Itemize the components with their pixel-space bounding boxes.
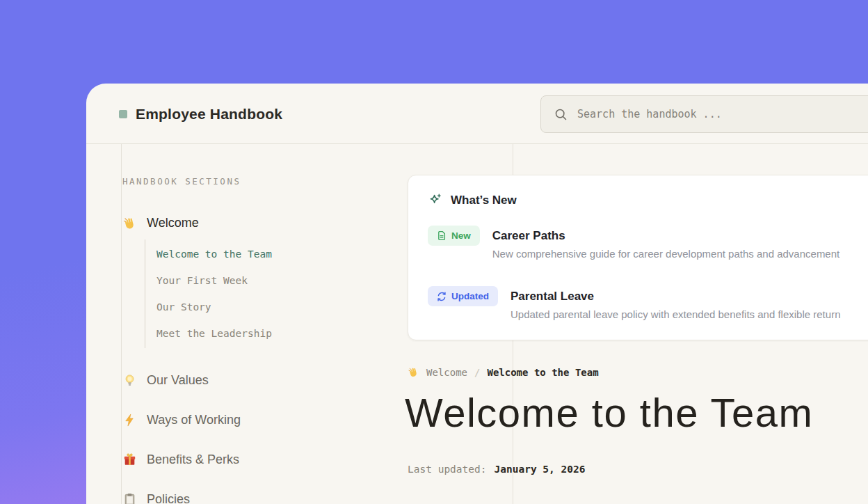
sparkle-icon [428, 193, 442, 207]
search-icon [554, 107, 568, 122]
brand: Employee Handbook [119, 84, 282, 144]
brand-square-icon [119, 110, 127, 118]
app-window: Employee Handbook HANDBOOK SECTIONS [86, 84, 868, 504]
new-badge: New [428, 226, 480, 246]
wave-emoji-icon [122, 216, 137, 230]
breadcrumb-section[interactable]: Welcome [426, 367, 467, 378]
last-updated: Last updated: January 5, 2026 [408, 464, 585, 475]
whats-new-title: What’s New [451, 194, 517, 207]
whats-new-card: What’s New New Career Paths New comprehe… [408, 175, 868, 340]
sidebar-item-label: Welcome [147, 216, 199, 230]
whats-new-item-text: Career Paths New comprehensive guide for… [492, 226, 839, 260]
search-input[interactable] [577, 108, 868, 120]
whats-new-item-title: Parental Leave [511, 286, 840, 306]
sidebar-item-label: Ways of Working [147, 413, 241, 427]
breadcrumb-page: Welcome to the Team [487, 367, 598, 378]
breadcrumb: Welcome / Welcome to the Team [408, 366, 599, 378]
app-title: Employee Handbook [136, 106, 282, 123]
sidebar-item-label: Our Values [147, 373, 209, 388]
badge-label: New [451, 230, 471, 241]
page-title: Welcome to the Team [405, 389, 813, 436]
search-box[interactable] [540, 95, 868, 133]
last-updated-value: January 5, 2026 [495, 464, 586, 475]
clipboard-emoji-icon [122, 492, 137, 504]
sidebar-item-label: Policies [147, 492, 190, 504]
whats-new-item-description: New comprehensive guide for career devel… [492, 248, 839, 260]
refresh-icon [437, 292, 447, 301]
lightbulb-emoji-icon [122, 373, 137, 388]
whats-new-item-description: Updated parental leave policy with exten… [511, 308, 840, 320]
last-updated-label: Last updated: [408, 464, 487, 475]
lightning-emoji-icon [122, 413, 137, 427]
app-header: Employee Handbook [86, 84, 868, 144]
sidebar-item-label: Benefits & Perks [147, 452, 239, 467]
updated-badge: Updated [428, 286, 498, 306]
badge-label: Updated [451, 291, 489, 301]
whats-new-item-text: Parental Leave Updated parental leave po… [511, 286, 840, 320]
whats-new-item[interactable]: New Career Paths New comprehensive guide… [428, 226, 868, 260]
content-area: HANDBOOK SECTIONS Welcome Welcome to the… [86, 144, 868, 504]
wave-emoji-icon [408, 366, 419, 378]
whats-new-item-title: Career Paths [492, 226, 839, 246]
whats-new-item[interactable]: Updated Parental Leave Updated parental … [428, 286, 868, 320]
gift-emoji-icon [122, 452, 137, 467]
document-icon [437, 230, 447, 241]
sidebar-item-policies[interactable]: Policies [122, 492, 513, 504]
breadcrumb-separator: / [474, 367, 480, 378]
whats-new-header: What’s New [428, 193, 868, 207]
